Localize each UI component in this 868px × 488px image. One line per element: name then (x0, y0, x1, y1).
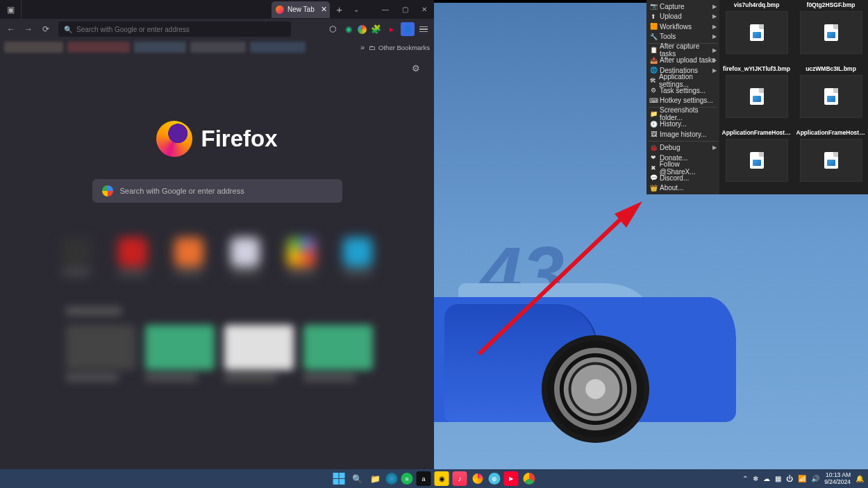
sharex-menu-item[interactable]: 🐞Debug▶ (646, 143, 719, 153)
tray-icon[interactable]: ❄ (753, 475, 758, 482)
bookmarks-overflow-button[interactable]: » (360, 43, 365, 51)
apple-music-icon[interactable]: ♪ (453, 471, 467, 486)
other-bookmarks-button[interactable]: 🗀 Other Bookmarks (369, 44, 430, 51)
menu-item-icon: ⬆ (650, 13, 657, 20)
submenu-arrow-icon: ▶ (712, 33, 717, 40)
top-site-tile[interactable] (339, 237, 377, 279)
top-site-tile[interactable] (114, 237, 152, 279)
app-menu-button[interactable] (417, 22, 431, 36)
sharex-menu-item[interactable]: 👑About... (646, 183, 719, 194)
network-icon[interactable]: ⏻ (786, 475, 793, 482)
sharex-file-cell[interactable]: firefox_wYIJKTluf3.bmp (719, 64, 794, 126)
sharex-menu-item[interactable]: ⚙Task settings... (646, 85, 719, 96)
edge-icon[interactable] (386, 473, 398, 485)
file-thumbnail (800, 139, 862, 182)
onedrive-icon[interactable]: ☁ (763, 475, 770, 482)
submenu-arrow-icon: ▶ (712, 3, 717, 10)
newtab-search-bar[interactable]: Search with Google or enter address (92, 179, 342, 203)
other-bookmarks-label: Other Bookmarks (378, 44, 430, 51)
sharex-menu-item[interactable]: 📤After upload tasks▶ (646, 56, 719, 66)
sharex-menu-item[interactable]: ⬆Upload▶ (646, 12, 719, 22)
story-card[interactable] (66, 325, 135, 381)
sharex-menu-item[interactable]: ⌨Hotkey settings... (646, 96, 719, 106)
bmp-file-icon (824, 152, 838, 169)
top-site-tile[interactable] (226, 237, 265, 279)
app-icon[interactable]: a (417, 471, 431, 486)
chrome-taskbar-icon[interactable] (522, 471, 537, 486)
bookmark-item[interactable] (134, 42, 186, 53)
tray-icon[interactable]: ▦ (775, 475, 781, 482)
sharex-menu-item[interactable]: 💬Discord... (646, 173, 719, 183)
sharex-menu-item[interactable]: 🔧Tools▶ (646, 32, 719, 42)
sharex-menu-item[interactable]: ✖Follow @ShareX... (646, 163, 719, 174)
bookmark-item[interactable] (250, 42, 306, 53)
firefox-spaces-button[interactable]: ▣ (0, 0, 22, 19)
start-button[interactable] (332, 471, 347, 486)
sharex-menu-item[interactable]: 📁Screenshots folder... (646, 109, 719, 119)
file-explorer-icon[interactable]: 📁 (368, 471, 383, 486)
story-card[interactable] (145, 325, 215, 381)
sharex-menu-item[interactable]: 📷Capture▶ (646, 1, 719, 12)
sharex-menu-item[interactable]: 🕘History... (646, 119, 719, 130)
vpn-icon[interactable]: ⬡ (326, 22, 340, 36)
top-site-tile[interactable] (283, 237, 321, 279)
top-site-tile[interactable] (170, 237, 208, 279)
youtube-icon[interactable]: ▸ (385, 22, 399, 36)
sharex-file-cell[interactable]: uczWMBc3IL.bmp (794, 64, 868, 126)
forward-button[interactable]: → (21, 22, 36, 37)
firefox-toolbar: ← → ⟳ 🔍 ⬡ ◉ 🧩 ▸ 👤 (0, 19, 434, 40)
grammarly-icon[interactable]: ◉ (342, 22, 356, 36)
sharex-file-cell[interactable]: vis7uh4rdq.bmp (719, 0, 794, 62)
sharex-menu-item[interactable]: 🛠Application settings... (646, 76, 719, 86)
bmp-file-icon (824, 24, 838, 41)
minimize-button[interactable]: — (376, 0, 395, 19)
app-icon[interactable]: ⊕ (489, 473, 501, 485)
bookmarks-bar: » 🗀 Other Bookmarks (0, 40, 434, 55)
app-icon[interactable]: ◉ (435, 471, 449, 486)
firefox-taskbar-icon[interactable] (471, 471, 485, 486)
car-wheel (542, 335, 649, 443)
story-card[interactable] (303, 325, 373, 381)
sharex-menu-item[interactable]: 🖼Image history... (646, 129, 719, 140)
menu-item-icon: 📁 (650, 110, 657, 117)
new-tab-button[interactable]: + (333, 3, 347, 17)
sharex-file-cell[interactable]: ApplicationFrameHost_Kd... (794, 128, 868, 190)
sharex-file-cell[interactable]: ApplicationFrameHost_Gc... (719, 128, 794, 190)
sharex-menu-item[interactable]: 🟧Workflows▶ (646, 22, 719, 32)
story-card[interactable] (224, 325, 294, 381)
sharex-menu-item[interactable]: 📋After capture tasks▶ (646, 45, 719, 56)
reload-button[interactable]: ⟳ (38, 22, 53, 37)
menu-item-icon: 🌐 (650, 67, 657, 74)
sharex-file-cell[interactable]: f0Qtg2HSGF.bmp (794, 0, 868, 62)
menu-item-icon: ❤ (650, 154, 657, 161)
browser-tab[interactable]: New Tab ✕ (272, 1, 330, 18)
close-icon[interactable]: ✕ (321, 5, 327, 14)
url-bar[interactable]: 🔍 (58, 22, 291, 37)
bookmark-item[interactable] (190, 42, 246, 53)
tray-overflow-button[interactable]: ⌃ (742, 475, 748, 482)
system-clock[interactable]: 10:13 AM 9/24/2024 (824, 472, 851, 485)
back-button[interactable]: ← (3, 22, 19, 37)
spotify-icon[interactable]: ≡ (401, 473, 413, 485)
menu-item-label: Discord... (660, 174, 689, 182)
close-window-button[interactable]: ✕ (415, 0, 434, 19)
bookmark-item[interactable] (67, 42, 130, 53)
account-button[interactable]: 👤 (401, 22, 415, 36)
taskbar-search-button[interactable]: 🔍 (350, 471, 365, 486)
top-site-tile[interactable] (58, 237, 96, 279)
windows-taskbar: 🔍 📁 ≡ a ◉ ♪ ⊕ ▶ ⌃ ❄ ☁ ▦ ⏻ 📶 🔊 10:13 AM 9… (0, 469, 868, 488)
extensions-button[interactable]: 🧩 (369, 22, 383, 36)
bookmark-item[interactable] (4, 42, 63, 53)
chrome-icon[interactable] (358, 25, 367, 34)
tabs-dropdown-button[interactable]: ⌄ (349, 3, 363, 17)
url-input[interactable] (76, 26, 285, 33)
youtube-taskbar-icon[interactable]: ▶ (504, 471, 519, 486)
clock-date: 9/24/2024 (824, 479, 851, 485)
notifications-button[interactable]: 🔔 (856, 475, 864, 482)
file-thumbnail (726, 75, 788, 118)
settings-gear-button[interactable]: ⚙ (412, 63, 420, 74)
maximize-button[interactable]: ▢ (395, 0, 415, 19)
wifi-icon[interactable]: 📶 (798, 475, 806, 482)
volume-icon[interactable]: 🔊 (811, 475, 819, 482)
firefox-titlebar[interactable]: ▣ New Tab ✕ + ⌄ — ▢ ✕ (0, 0, 434, 19)
